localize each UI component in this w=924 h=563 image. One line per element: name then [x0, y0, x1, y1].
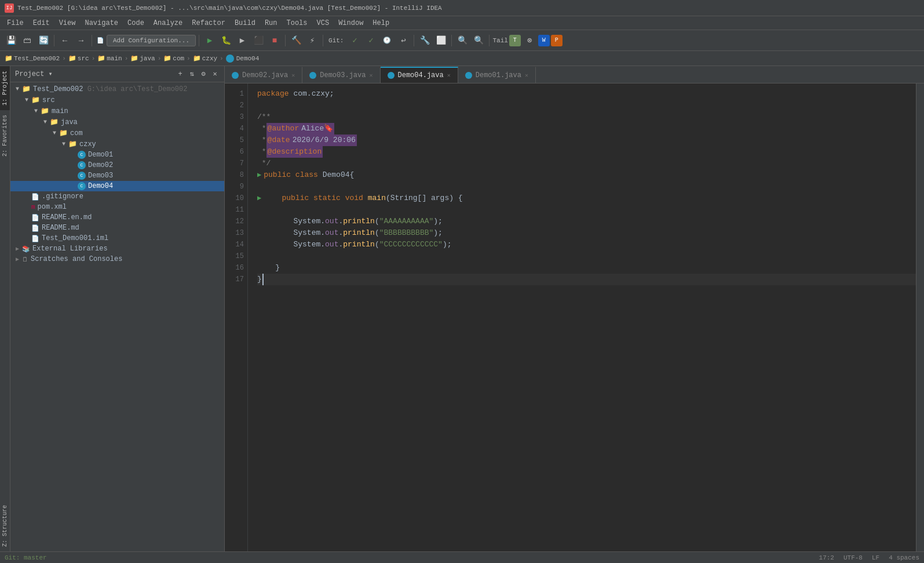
tree-item-scratches[interactable]: ▶ 🗒 Scratches and Consoles	[10, 254, 224, 264]
save-button[interactable]: 💾	[3, 33, 19, 48]
menu-vcs[interactable]: VCS	[312, 16, 334, 30]
collapse-all-icon[interactable]: ⇅	[187, 70, 196, 79]
tree-label-java: java	[61, 118, 78, 126]
tree-item-readme[interactable]: 📄 README.md	[10, 223, 224, 233]
run-with-coverage-button[interactable]: ▶	[235, 33, 250, 48]
bc-main[interactable]: main	[107, 55, 122, 62]
stop-button[interactable]: ■	[267, 33, 282, 48]
tree-item-demo01[interactable]: C Demo01	[10, 150, 224, 160]
code-area[interactable]: package com.czxy; /** * @author Alice🔖 *…	[248, 83, 916, 551]
word-button[interactable]: W	[538, 35, 550, 46]
sync-button[interactable]: 🔄	[36, 33, 51, 48]
menu-navigate[interactable]: Navigate	[80, 16, 123, 30]
debug-button[interactable]: 🐛	[218, 33, 233, 48]
build-button[interactable]: 🔨	[288, 33, 304, 48]
back-button[interactable]: ←	[57, 33, 72, 48]
tab-demo03-close[interactable]: ✕	[369, 72, 372, 79]
tab-demo02-icon	[232, 72, 239, 79]
tree-item-czxy[interactable]: ▼ 📁 czxy	[10, 139, 224, 150]
editor: 1 2 3 4 5 6 7 8 9 10 11 12 13 14 15 16 1…	[225, 83, 924, 551]
menu-window[interactable]: Window	[334, 16, 368, 30]
sidebar-tab-project[interactable]: 1: Project	[0, 66, 10, 110]
demo02-java-icon: C	[78, 161, 86, 169]
code-space-10b	[341, 192, 345, 204]
menu-help[interactable]: Help	[368, 16, 394, 30]
git-push-button[interactable]: ✓	[363, 33, 378, 48]
code-str-14: "CCCCCCCCCCCC"	[379, 239, 443, 250]
tab-demo04-label: Demo04.java	[398, 71, 444, 79]
forward-button[interactable]: →	[74, 33, 89, 48]
tree-item-pom[interactable]: m pom.xml	[10, 202, 224, 212]
tree-item-root[interactable]: ▼ 📁 Test_Demo002 G:\idea arc\Test_Demo00…	[10, 83, 224, 95]
menu-code[interactable]: Code	[123, 16, 149, 30]
tab-demo02[interactable]: Demo02.java ✕	[225, 67, 302, 83]
git-history-button[interactable]: 🕐	[379, 33, 395, 48]
profile-button[interactable]: ⬛	[251, 33, 266, 48]
code-line-16: }	[257, 262, 916, 274]
tree-item-readme-en[interactable]: 📄 README.en.md	[10, 212, 224, 223]
menu-view[interactable]: View	[54, 16, 81, 30]
sidebar-tab-structure[interactable]: Z: Structure	[0, 500, 10, 551]
code-kw-public-10: public	[282, 192, 309, 204]
compile-button[interactable]: ⚡	[305, 33, 320, 48]
close-panel-icon[interactable]: ✕	[210, 70, 220, 79]
bc-file[interactable]: Demo04	[236, 55, 260, 62]
menu-build[interactable]: Build	[230, 16, 260, 30]
tree-label-src: src	[42, 96, 55, 104]
tail-button[interactable]: T	[509, 35, 521, 46]
project-panel: Project ▾ + ⇅ ⚙ ✕ ▼ 📁 Test_Demo002 G:\id…	[10, 66, 225, 551]
tree-item-external-libraries[interactable]: ▶ 📚 External Libraries	[10, 244, 224, 254]
tree-item-iml[interactable]: 📄 Test_Demo001.iml	[10, 233, 224, 244]
tab-demo03[interactable]: Demo03.java ✕	[302, 67, 380, 83]
code-kw-static: static	[313, 192, 341, 204]
menu-edit[interactable]: Edit	[28, 16, 54, 30]
tree-item-demo03[interactable]: C Demo03	[10, 170, 224, 181]
tree-item-java[interactable]: ▼ 📁 java	[10, 117, 224, 128]
git-rollback-button[interactable]: ↩	[396, 33, 411, 48]
tab-demo01[interactable]: Demo01.java ✕	[458, 67, 536, 83]
tree-item-demo04[interactable]: C Demo04	[10, 181, 224, 191]
code-line-5: * @date 2020/6/9 20:06	[257, 135, 916, 146]
bc-project[interactable]: Test_Demo002	[14, 55, 60, 62]
tab-demo04-close[interactable]: ✕	[447, 72, 451, 79]
tab-demo01-close[interactable]: ✕	[525, 72, 528, 79]
tab-demo02-close[interactable]: ✕	[291, 72, 295, 79]
menu-tools[interactable]: Tools	[282, 16, 312, 30]
code-line-1: package com.czxy;	[257, 88, 916, 100]
tab-demo04[interactable]: Demo04.java ✕	[381, 67, 458, 83]
menu-analyze[interactable]: Analyze	[149, 16, 187, 30]
bc-java[interactable]: java	[140, 55, 155, 62]
search-button[interactable]: 🔍	[455, 33, 470, 48]
tree-item-gitignore[interactable]: 📄 .gitignore	[10, 191, 224, 202]
code-indent-14	[257, 239, 293, 250]
terminal-button[interactable]: ⊗	[522, 33, 537, 48]
bc-src[interactable]: src	[78, 55, 89, 62]
run-anything-button[interactable]: ⬜	[433, 33, 448, 48]
tree-item-src[interactable]: ▼ 📁 src	[10, 95, 224, 106]
find-usages-button[interactable]: 🔍	[471, 33, 486, 48]
tree-item-demo02[interactable]: C Demo02	[10, 160, 224, 170]
tree-label-readme: README.md	[42, 224, 79, 232]
settings-icon[interactable]: ⚙	[199, 70, 208, 79]
run-config-icon: 📄	[95, 35, 105, 46]
code-line-15	[257, 250, 916, 262]
tree-item-main[interactable]: ▼ 📁 main	[10, 106, 224, 117]
run-button[interactable]: ▶	[202, 33, 217, 48]
ppt-button[interactable]: P	[551, 35, 563, 46]
bc-czxy[interactable]: czxy	[202, 55, 217, 62]
add-file-icon[interactable]: +	[176, 70, 185, 79]
add-configuration-button[interactable]: Add Configuration...	[107, 35, 196, 46]
bc-com[interactable]: com	[173, 55, 184, 62]
save-all-button[interactable]: 🗃	[20, 33, 35, 48]
git-commit-button[interactable]: ✓	[347, 33, 362, 48]
settings-button[interactable]: 🔧	[417, 33, 432, 48]
menu-refactor[interactable]: Refactor	[187, 16, 230, 30]
toolbar-separator-4	[285, 35, 286, 46]
run-arrow-8[interactable]: ▶	[257, 169, 261, 181]
menu-run[interactable]: Run	[260, 16, 282, 30]
run-arrow-10[interactable]: ▶	[257, 192, 261, 204]
tree-item-com[interactable]: ▼ 📁 com	[10, 128, 224, 139]
code-out-14: out	[325, 239, 338, 250]
menu-file[interactable]: File	[2, 16, 28, 30]
sidebar-tab-favorites[interactable]: 2: Favorites	[0, 110, 10, 161]
